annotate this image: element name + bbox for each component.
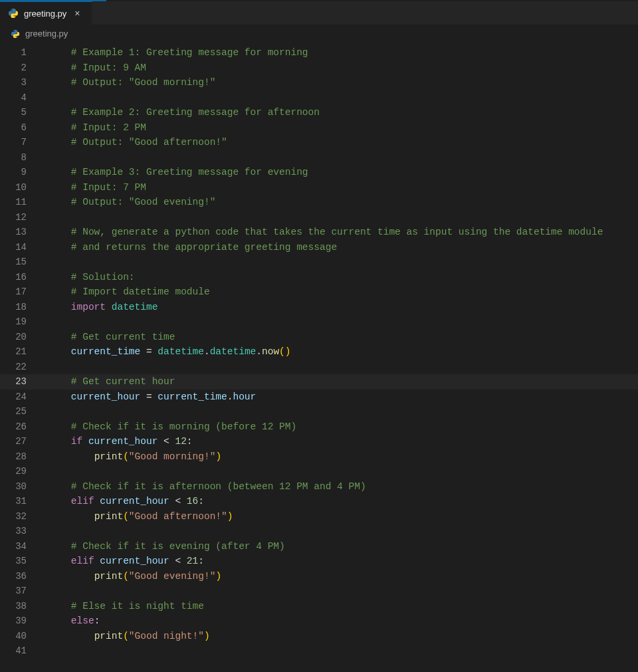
- line-number[interactable]: 4: [0, 90, 27, 106]
- line-number[interactable]: 20: [0, 330, 27, 345]
- line-number[interactable]: 33: [0, 524, 27, 539]
- line-number[interactable]: 9: [0, 165, 27, 180]
- line-number[interactable]: 36: [0, 569, 27, 584]
- editor[interactable]: 1234567891011121314151617181920212223242…: [0, 43, 638, 672]
- line-number[interactable]: 13: [0, 225, 27, 240]
- code-line[interactable]: # Input: 7 PM: [39, 180, 638, 195]
- code-line[interactable]: [39, 584, 638, 599]
- python-file-icon: [8, 8, 19, 19]
- code-line[interactable]: # Get current hour: [39, 374, 638, 390]
- line-number[interactable]: 24: [0, 390, 27, 405]
- line-number[interactable]: 38: [0, 599, 27, 614]
- line-number[interactable]: 27: [0, 434, 27, 449]
- tab-filename: greeting.py: [24, 9, 66, 19]
- line-number[interactable]: 35: [0, 554, 27, 569]
- code-line[interactable]: [39, 643, 638, 659]
- line-number[interactable]: 37: [0, 584, 27, 599]
- line-number[interactable]: 41: [0, 643, 27, 659]
- code-line[interactable]: # Example 1: Greeting message for mornin…: [39, 45, 638, 60]
- code-line[interactable]: # Check if it is afternoon (between 12 P…: [39, 479, 638, 495]
- line-number[interactable]: 25: [0, 404, 27, 419]
- close-icon[interactable]: ×: [72, 8, 82, 19]
- code-line[interactable]: # and returns the appropriate greeting m…: [39, 240, 638, 255]
- line-number[interactable]: 7: [0, 135, 27, 150]
- line-number-gutter[interactable]: 1234567891011121314151617181920212223242…: [0, 43, 39, 672]
- code-line[interactable]: # Else it is night time: [39, 599, 638, 614]
- line-number[interactable]: 23: [0, 374, 27, 390]
- line-number[interactable]: 5: [0, 105, 27, 120]
- code-line[interactable]: # Check if it is morning (before 12 PM): [39, 419, 638, 435]
- line-number[interactable]: 15: [0, 255, 27, 270]
- code-line[interactable]: import datetime: [39, 300, 638, 315]
- line-number[interactable]: 11: [0, 195, 27, 210]
- code-line[interactable]: # Example 2: Greeting message for aftern…: [39, 105, 638, 120]
- line-number[interactable]: 14: [0, 240, 27, 255]
- tab-greeting-py[interactable]: greeting.py ×: [0, 1, 92, 25]
- code-area[interactable]: # Example 1: Greeting message for mornin…: [39, 43, 638, 672]
- line-number[interactable]: 34: [0, 539, 27, 554]
- code-line[interactable]: # Get current time: [39, 330, 638, 345]
- code-line[interactable]: elif current_hour < 16:: [39, 494, 638, 509]
- line-number[interactable]: 31: [0, 494, 27, 509]
- code-line[interactable]: print("Good night!"): [39, 629, 638, 644]
- line-number[interactable]: 16: [0, 270, 27, 285]
- line-number[interactable]: 32: [0, 509, 27, 524]
- code-line[interactable]: # Input: 9 AM: [39, 60, 638, 76]
- code-line[interactable]: # Solution:: [39, 270, 638, 285]
- code-line[interactable]: [39, 404, 638, 419]
- code-line[interactable]: [39, 314, 638, 330]
- code-line[interactable]: # Input: 2 PM: [39, 120, 638, 136]
- line-number[interactable]: 22: [0, 360, 27, 375]
- line-number[interactable]: 26: [0, 419, 27, 435]
- code-line[interactable]: else:: [39, 614, 638, 629]
- code-line[interactable]: [39, 150, 638, 166]
- code-line[interactable]: print("Good morning!"): [39, 449, 638, 465]
- line-number[interactable]: 2: [0, 60, 27, 76]
- code-line[interactable]: # Now, generate a python code that takes…: [39, 225, 638, 240]
- line-number[interactable]: 3: [0, 75, 27, 90]
- code-line[interactable]: [39, 255, 638, 270]
- code-line[interactable]: [39, 524, 638, 539]
- breadcrumb-filename: greeting.py: [25, 29, 68, 39]
- line-number[interactable]: 17: [0, 284, 27, 300]
- line-number[interactable]: 30: [0, 479, 27, 495]
- python-file-icon: [11, 29, 20, 39]
- tab-bar: greeting.py ×: [0, 1, 638, 25]
- code-line[interactable]: # Example 3: Greeting message for evenin…: [39, 165, 638, 180]
- code-line[interactable]: current_hour = current_time.hour: [39, 390, 638, 405]
- line-number[interactable]: 21: [0, 344, 27, 360]
- code-line[interactable]: [39, 210, 638, 225]
- code-line[interactable]: # Output: "Good afternoon!": [39, 135, 638, 150]
- line-number[interactable]: 28: [0, 449, 27, 465]
- code-line[interactable]: print("Good evening!"): [39, 569, 638, 584]
- line-number[interactable]: 39: [0, 614, 27, 629]
- code-line[interactable]: print("Good afternoon!"): [39, 509, 638, 524]
- code-line[interactable]: [39, 464, 638, 479]
- code-line[interactable]: # Output: "Good morning!": [39, 75, 638, 90]
- line-number[interactable]: 1: [0, 45, 27, 60]
- code-line[interactable]: # Check if it is evening (after 4 PM): [39, 539, 638, 554]
- line-number[interactable]: 29: [0, 464, 27, 479]
- code-line[interactable]: # Import datetime module: [39, 284, 638, 300]
- code-line[interactable]: # Output: "Good evening!": [39, 195, 638, 210]
- breadcrumb[interactable]: greeting.py: [0, 25, 638, 43]
- line-number[interactable]: 12: [0, 210, 27, 225]
- code-line[interactable]: current_time = datetime.datetime.now(): [39, 344, 638, 360]
- code-line[interactable]: if current_hour < 12:: [39, 434, 638, 449]
- line-number[interactable]: 40: [0, 629, 27, 644]
- line-number[interactable]: 10: [0, 180, 27, 195]
- code-line[interactable]: elif current_hour < 21:: [39, 554, 638, 569]
- line-number[interactable]: 19: [0, 314, 27, 330]
- line-number[interactable]: 8: [0, 150, 27, 166]
- line-number[interactable]: 18: [0, 300, 27, 315]
- code-line[interactable]: [39, 360, 638, 375]
- code-line[interactable]: [39, 90, 638, 106]
- line-number[interactable]: 6: [0, 120, 27, 136]
